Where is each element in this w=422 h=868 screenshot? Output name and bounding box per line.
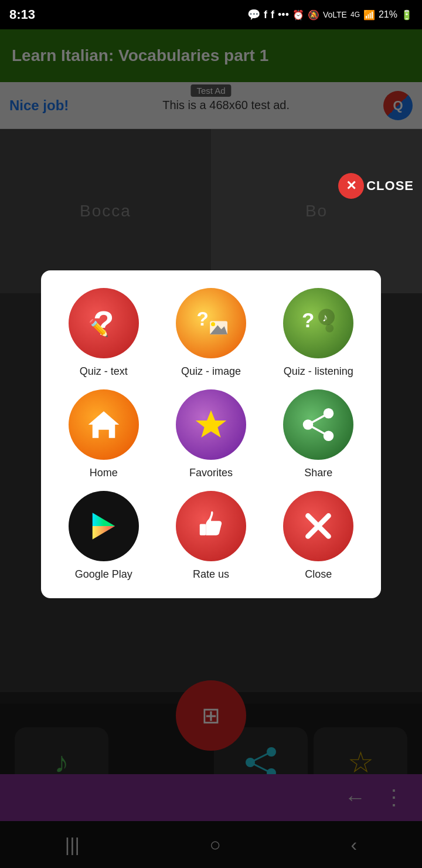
close-top-row[interactable]: ✕ CLOSE <box>338 173 414 199</box>
svg-text:♪: ♪ <box>322 311 328 323</box>
modal-item-share[interactable]: Share <box>268 389 369 479</box>
favorites-label: Favorites <box>189 467 233 479</box>
network-icon: 4G <box>350 11 360 19</box>
alarm-icon: ⏰ <box>292 9 304 21</box>
battery-text: 21% <box>379 9 397 20</box>
quiz-image-icon-circle: ? <box>176 288 246 358</box>
facebook-icon: f <box>264 9 267 21</box>
close-circle-icon[interactable]: ✕ <box>338 173 364 199</box>
favorites-icon <box>190 404 232 445</box>
quiz-listening-icon-circle: ? ♪ <box>283 288 353 358</box>
close-modal-label: Close <box>305 568 332 581</box>
modal-item-quiz-text[interactable]: ? ✏️ Quiz - text <box>53 288 154 378</box>
battery-icon: 🔋 <box>401 9 413 21</box>
share-label: Share <box>304 467 332 479</box>
status-time: 8:13 <box>9 7 35 22</box>
close-icon-circle <box>283 491 353 561</box>
whatsapp-icon: 💬 <box>247 8 260 21</box>
svg-point-12 <box>326 324 334 332</box>
quiz-text-icon: ? ✏️ <box>93 303 114 343</box>
svg-line-19 <box>308 425 329 436</box>
status-bar: 8:13 💬 f f ••• ⏰ 🔕 VoLTE 4G 📶 21% 🔋 <box>0 0 422 29</box>
modal-grid: ? ✏️ Quiz - text ? Quiz - image <box>53 288 369 581</box>
modal-item-close[interactable]: Close <box>268 491 369 581</box>
modal-item-favorites[interactable]: Favorites <box>160 389 261 479</box>
google-play-icon <box>83 506 124 547</box>
svg-point-8 <box>211 322 215 326</box>
share-icon-circle <box>283 389 353 460</box>
quiz-image-icon: ? <box>190 303 232 344</box>
close-x-icon <box>298 506 339 547</box>
svg-text:?: ? <box>302 308 314 331</box>
rate-us-icon <box>190 506 232 547</box>
home-icon-circle <box>69 389 139 460</box>
share-icon-modal <box>298 404 339 445</box>
status-icons: 💬 f f ••• ⏰ 🔕 VoLTE 4G 📶 21% 🔋 <box>247 8 413 21</box>
svg-text:?: ? <box>196 307 208 329</box>
modal-overlay: ✕ CLOSE ? ✏️ Quiz - text ? <box>0 0 422 868</box>
svg-marker-20 <box>92 513 115 526</box>
facebook-icon2: f <box>271 9 274 21</box>
mute-icon: 🔕 <box>308 9 319 21</box>
quiz-text-label: Quiz - text <box>80 365 128 378</box>
modal-item-google-play[interactable]: Google Play <box>53 491 154 581</box>
home-label: Home <box>90 467 118 479</box>
google-play-icon-circle <box>69 491 139 561</box>
favorites-icon-circle <box>176 389 246 460</box>
svg-marker-21 <box>92 526 115 540</box>
home-icon <box>83 404 124 445</box>
svg-marker-13 <box>88 411 119 438</box>
quiz-text-icon-circle: ? ✏️ <box>69 288 139 358</box>
rate-us-label: Rate us <box>193 568 229 581</box>
google-play-label: Google Play <box>75 568 132 581</box>
quiz-image-label: Quiz - image <box>181 365 241 378</box>
svg-rect-22 <box>200 524 206 535</box>
svg-marker-14 <box>196 410 227 437</box>
bars-icon: 📶 <box>363 9 375 21</box>
modal-dialog: ? ✏️ Quiz - text ? Quiz - image <box>41 270 381 598</box>
modal-item-quiz-listening[interactable]: ? ♪ Quiz - listening <box>268 288 369 378</box>
dots-icon: ••• <box>278 9 289 21</box>
modal-item-home[interactable]: Home <box>53 389 154 479</box>
signal-icon: VoLTE <box>323 10 347 19</box>
quiz-listening-label: Quiz - listening <box>284 365 353 378</box>
svg-line-18 <box>308 413 329 424</box>
rate-us-icon-circle <box>176 491 246 561</box>
quiz-listening-icon: ? ♪ <box>298 303 339 344</box>
modal-item-rate-us[interactable]: Rate us <box>160 491 261 581</box>
close-top-label[interactable]: CLOSE <box>366 178 414 194</box>
modal-item-quiz-image[interactable]: ? Quiz - image <box>160 288 261 378</box>
